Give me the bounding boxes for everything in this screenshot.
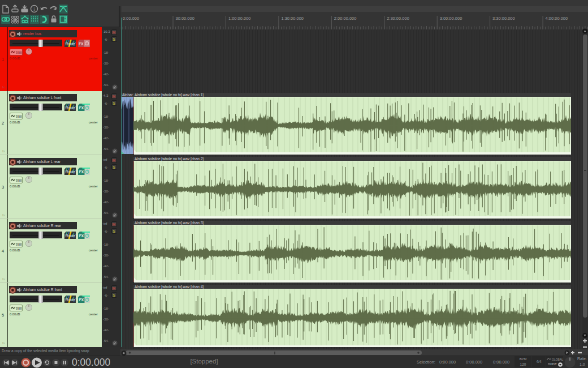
svg-text:FX: FX bbox=[79, 234, 84, 238]
svg-text:FX: FX bbox=[79, 298, 84, 302]
svg-text:FX: FX bbox=[79, 106, 84, 110]
svg-text:Route: Route bbox=[65, 169, 75, 173]
svg-text:Route: Route bbox=[65, 297, 75, 301]
svg-text:2:30:00.000: 2:30:00.000 bbox=[387, 16, 409, 21]
svg-text:Route: Route bbox=[65, 41, 75, 45]
svg-text:1:00:00.000: 1:00:00.000 bbox=[228, 16, 251, 21]
svg-text:2:00:00.000: 2:00:00.000 bbox=[334, 16, 357, 21]
svg-text:i: i bbox=[33, 6, 35, 12]
svg-text:0:00.000: 0:00.000 bbox=[123, 16, 139, 21]
svg-text:Route: Route bbox=[65, 233, 75, 237]
svg-text:4:00:00.000: 4:00:00.000 bbox=[546, 16, 568, 21]
svg-text:3:00:00.000: 3:00:00.000 bbox=[440, 16, 462, 21]
svg-text:1:30:00.000: 1:30:00.000 bbox=[281, 16, 304, 21]
svg-text:FX: FX bbox=[79, 170, 84, 174]
svg-text:3:30:00.000: 3:30:00.000 bbox=[492, 16, 515, 21]
svg-text:FX: FX bbox=[79, 41, 84, 45]
svg-text:Route: Route bbox=[65, 105, 75, 109]
svg-text:30:00.000: 30:00.000 bbox=[176, 16, 194, 21]
